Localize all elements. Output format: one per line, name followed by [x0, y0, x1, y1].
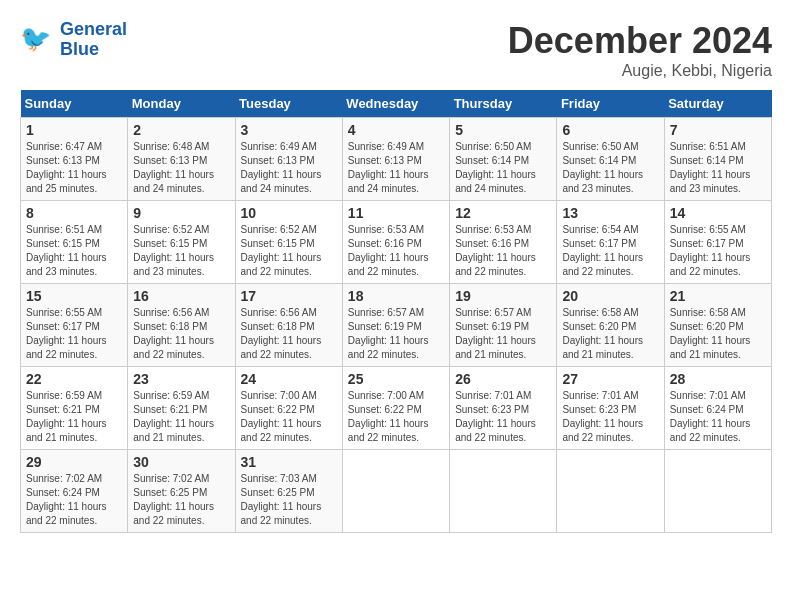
day-cell-9: 9Sunrise: 6:52 AM Sunset: 6:15 PM Daylig… [128, 201, 235, 284]
day-info: Sunrise: 6:53 AM Sunset: 6:16 PM Dayligh… [348, 223, 444, 279]
day-cell-26: 26Sunrise: 7:01 AM Sunset: 6:23 PM Dayli… [450, 367, 557, 450]
day-number: 28 [670, 371, 766, 387]
day-info: Sunrise: 6:49 AM Sunset: 6:13 PM Dayligh… [241, 140, 337, 196]
day-info: Sunrise: 6:56 AM Sunset: 6:18 PM Dayligh… [133, 306, 229, 362]
calendar-body: 1Sunrise: 6:47 AM Sunset: 6:13 PM Daylig… [21, 118, 772, 533]
day-info: Sunrise: 6:57 AM Sunset: 6:19 PM Dayligh… [348, 306, 444, 362]
day-number: 19 [455, 288, 551, 304]
day-info: Sunrise: 6:50 AM Sunset: 6:14 PM Dayligh… [455, 140, 551, 196]
day-number: 29 [26, 454, 122, 470]
calendar-table: SundayMondayTuesdayWednesdayThursdayFrid… [20, 90, 772, 533]
week-row-4: 22Sunrise: 6:59 AM Sunset: 6:21 PM Dayli… [21, 367, 772, 450]
day-cell-31: 31Sunrise: 7:03 AM Sunset: 6:25 PM Dayli… [235, 450, 342, 533]
day-info: Sunrise: 6:52 AM Sunset: 6:15 PM Dayligh… [241, 223, 337, 279]
day-number: 26 [455, 371, 551, 387]
day-cell-15: 15Sunrise: 6:55 AM Sunset: 6:17 PM Dayli… [21, 284, 128, 367]
day-info: Sunrise: 6:51 AM Sunset: 6:15 PM Dayligh… [26, 223, 122, 279]
day-number: 9 [133, 205, 229, 221]
week-row-2: 8Sunrise: 6:51 AM Sunset: 6:15 PM Daylig… [21, 201, 772, 284]
weekday-wednesday: Wednesday [342, 90, 449, 118]
day-info: Sunrise: 6:56 AM Sunset: 6:18 PM Dayligh… [241, 306, 337, 362]
day-number: 21 [670, 288, 766, 304]
day-info: Sunrise: 7:00 AM Sunset: 6:22 PM Dayligh… [348, 389, 444, 445]
day-cell-29: 29Sunrise: 7:02 AM Sunset: 6:24 PM Dayli… [21, 450, 128, 533]
day-number: 5 [455, 122, 551, 138]
day-cell-2: 2Sunrise: 6:48 AM Sunset: 6:13 PM Daylig… [128, 118, 235, 201]
day-cell-23: 23Sunrise: 6:59 AM Sunset: 6:21 PM Dayli… [128, 367, 235, 450]
day-cell-24: 24Sunrise: 7:00 AM Sunset: 6:22 PM Dayli… [235, 367, 342, 450]
day-number: 25 [348, 371, 444, 387]
day-number: 11 [348, 205, 444, 221]
week-row-3: 15Sunrise: 6:55 AM Sunset: 6:17 PM Dayli… [21, 284, 772, 367]
day-cell-20: 20Sunrise: 6:58 AM Sunset: 6:20 PM Dayli… [557, 284, 664, 367]
day-cell-22: 22Sunrise: 6:59 AM Sunset: 6:21 PM Dayli… [21, 367, 128, 450]
day-number: 1 [26, 122, 122, 138]
day-info: Sunrise: 6:54 AM Sunset: 6:17 PM Dayligh… [562, 223, 658, 279]
day-cell-27: 27Sunrise: 7:01 AM Sunset: 6:23 PM Dayli… [557, 367, 664, 450]
day-info: Sunrise: 6:58 AM Sunset: 6:20 PM Dayligh… [562, 306, 658, 362]
day-number: 30 [133, 454, 229, 470]
day-info: Sunrise: 6:48 AM Sunset: 6:13 PM Dayligh… [133, 140, 229, 196]
day-number: 6 [562, 122, 658, 138]
day-info: Sunrise: 7:00 AM Sunset: 6:22 PM Dayligh… [241, 389, 337, 445]
day-number: 13 [562, 205, 658, 221]
day-info: Sunrise: 6:47 AM Sunset: 6:13 PM Dayligh… [26, 140, 122, 196]
day-cell-17: 17Sunrise: 6:56 AM Sunset: 6:18 PM Dayli… [235, 284, 342, 367]
day-number: 14 [670, 205, 766, 221]
day-info: Sunrise: 6:58 AM Sunset: 6:20 PM Dayligh… [670, 306, 766, 362]
day-info: Sunrise: 6:52 AM Sunset: 6:15 PM Dayligh… [133, 223, 229, 279]
empty-cell [557, 450, 664, 533]
logo: 🐦 General Blue [20, 20, 127, 60]
day-cell-25: 25Sunrise: 7:00 AM Sunset: 6:22 PM Dayli… [342, 367, 449, 450]
day-info: Sunrise: 6:50 AM Sunset: 6:14 PM Dayligh… [562, 140, 658, 196]
day-cell-7: 7Sunrise: 6:51 AM Sunset: 6:14 PM Daylig… [664, 118, 771, 201]
weekday-header-row: SundayMondayTuesdayWednesdayThursdayFrid… [21, 90, 772, 118]
day-cell-30: 30Sunrise: 7:02 AM Sunset: 6:25 PM Dayli… [128, 450, 235, 533]
svg-text:🐦: 🐦 [20, 23, 52, 54]
day-info: Sunrise: 7:01 AM Sunset: 6:24 PM Dayligh… [670, 389, 766, 445]
day-cell-5: 5Sunrise: 6:50 AM Sunset: 6:14 PM Daylig… [450, 118, 557, 201]
weekday-thursday: Thursday [450, 90, 557, 118]
day-number: 4 [348, 122, 444, 138]
day-number: 3 [241, 122, 337, 138]
week-row-1: 1Sunrise: 6:47 AM Sunset: 6:13 PM Daylig… [21, 118, 772, 201]
day-info: Sunrise: 6:57 AM Sunset: 6:19 PM Dayligh… [455, 306, 551, 362]
day-number: 23 [133, 371, 229, 387]
location: Augie, Kebbi, Nigeria [508, 62, 772, 80]
month-title: December 2024 [508, 20, 772, 62]
day-cell-8: 8Sunrise: 6:51 AM Sunset: 6:15 PM Daylig… [21, 201, 128, 284]
empty-cell [342, 450, 449, 533]
day-cell-13: 13Sunrise: 6:54 AM Sunset: 6:17 PM Dayli… [557, 201, 664, 284]
day-info: Sunrise: 7:01 AM Sunset: 6:23 PM Dayligh… [455, 389, 551, 445]
day-number: 22 [26, 371, 122, 387]
day-info: Sunrise: 6:55 AM Sunset: 6:17 PM Dayligh… [670, 223, 766, 279]
day-number: 27 [562, 371, 658, 387]
logo-text: General Blue [60, 20, 127, 60]
day-cell-12: 12Sunrise: 6:53 AM Sunset: 6:16 PM Dayli… [450, 201, 557, 284]
day-info: Sunrise: 6:59 AM Sunset: 6:21 PM Dayligh… [26, 389, 122, 445]
day-info: Sunrise: 6:59 AM Sunset: 6:21 PM Dayligh… [133, 389, 229, 445]
day-number: 31 [241, 454, 337, 470]
day-info: Sunrise: 7:02 AM Sunset: 6:24 PM Dayligh… [26, 472, 122, 528]
day-info: Sunrise: 6:51 AM Sunset: 6:14 PM Dayligh… [670, 140, 766, 196]
day-number: 8 [26, 205, 122, 221]
weekday-tuesday: Tuesday [235, 90, 342, 118]
day-number: 2 [133, 122, 229, 138]
calendar-header: SundayMondayTuesdayWednesdayThursdayFrid… [21, 90, 772, 118]
day-number: 16 [133, 288, 229, 304]
page-header: 🐦 General Blue December 2024 Augie, Kebb… [20, 20, 772, 80]
day-cell-21: 21Sunrise: 6:58 AM Sunset: 6:20 PM Dayli… [664, 284, 771, 367]
day-info: Sunrise: 6:53 AM Sunset: 6:16 PM Dayligh… [455, 223, 551, 279]
weekday-saturday: Saturday [664, 90, 771, 118]
day-info: Sunrise: 6:55 AM Sunset: 6:17 PM Dayligh… [26, 306, 122, 362]
weekday-friday: Friday [557, 90, 664, 118]
day-info: Sunrise: 7:02 AM Sunset: 6:25 PM Dayligh… [133, 472, 229, 528]
day-cell-11: 11Sunrise: 6:53 AM Sunset: 6:16 PM Dayli… [342, 201, 449, 284]
day-cell-4: 4Sunrise: 6:49 AM Sunset: 6:13 PM Daylig… [342, 118, 449, 201]
day-info: Sunrise: 6:49 AM Sunset: 6:13 PM Dayligh… [348, 140, 444, 196]
day-number: 24 [241, 371, 337, 387]
day-number: 18 [348, 288, 444, 304]
day-cell-6: 6Sunrise: 6:50 AM Sunset: 6:14 PM Daylig… [557, 118, 664, 201]
day-info: Sunrise: 7:01 AM Sunset: 6:23 PM Dayligh… [562, 389, 658, 445]
day-number: 15 [26, 288, 122, 304]
